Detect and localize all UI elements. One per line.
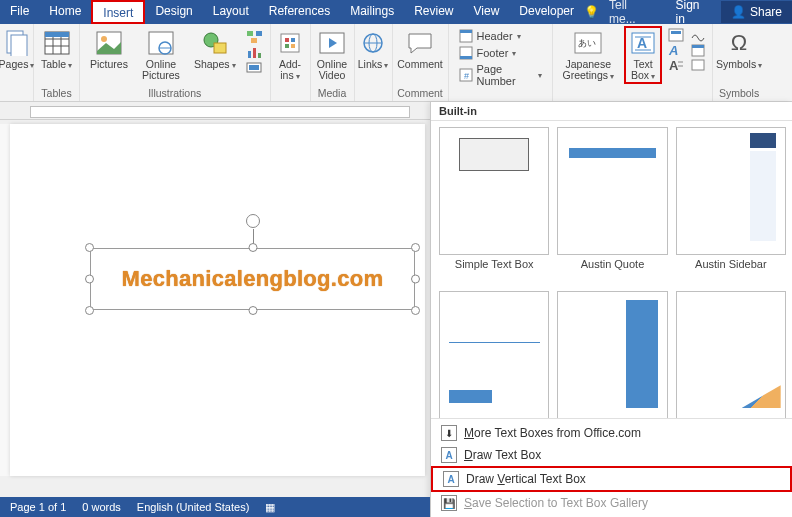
tab-references[interactable]: References — [259, 0, 340, 24]
resize-handle-ne[interactable] — [411, 243, 420, 252]
quick-parts-icon[interactable] — [668, 28, 684, 42]
symbols-icon: Ω — [725, 29, 753, 57]
status-language[interactable]: English (United States) — [137, 501, 250, 513]
date-time-icon[interactable] — [690, 43, 706, 57]
resize-handle-sw[interactable] — [85, 306, 94, 315]
draw-text-box-option[interactable]: A Draw Text Box — [431, 444, 792, 466]
status-bar: Page 1 of 1 0 words English (United Stat… — [0, 497, 430, 517]
textbox-content[interactable]: Mechanicalengblog.com — [122, 266, 384, 292]
tab-home[interactable]: Home — [39, 0, 91, 24]
draw-vertical-text-box-label: Draw Vertical Text Box — [466, 472, 586, 486]
selected-textbox[interactable]: Mechanicalengblog.com — [90, 248, 415, 310]
group-links: Links — [355, 24, 393, 101]
tab-review[interactable]: Review — [404, 0, 463, 24]
tab-developer[interactable]: Developer — [509, 0, 584, 24]
resize-handle-w[interactable] — [85, 275, 94, 284]
screenshot-icon[interactable] — [246, 60, 264, 74]
signin-link[interactable]: Sign in — [665, 0, 721, 26]
text-box-icon: A — [629, 29, 657, 57]
addins-icon — [276, 29, 304, 57]
save-selection-icon: 💾 — [441, 495, 457, 511]
titlebar-right: 💡 Tell me... Sign in 👤 Share — [584, 0, 792, 24]
smartart-icon[interactable] — [246, 30, 264, 44]
tab-insert[interactable]: Insert — [91, 0, 145, 24]
svg-rect-16 — [256, 31, 262, 36]
header-button[interactable]: Header▾ — [455, 28, 546, 44]
wordart-icon[interactable]: A — [668, 43, 684, 57]
gallery-item-facet-quote[interactable]: Facet Quote — [676, 291, 786, 418]
page-number-label: Page Number — [477, 63, 534, 87]
resize-handle-se[interactable] — [411, 306, 420, 315]
signature-line-icon[interactable] — [690, 28, 706, 42]
japanese-greetings-icon: あい — [574, 29, 602, 57]
gallery-item-banded-quote[interactable]: Banded Quote — [439, 291, 549, 418]
group-headerfooter: Header▾ Footer▾ # Page Number▾ — [449, 24, 553, 101]
draw-vertical-text-box-icon: A — [443, 471, 459, 487]
pictures-label: Pictures — [90, 59, 128, 70]
online-pictures-button[interactable]: Online Pictures — [138, 26, 184, 81]
resize-handle-n[interactable] — [248, 243, 257, 252]
tab-design[interactable]: Design — [145, 0, 202, 24]
svg-rect-27 — [291, 44, 295, 48]
gallery-item-austin-quote[interactable]: Austin Quote — [557, 127, 667, 287]
vertical-ruler[interactable] — [0, 124, 10, 476]
gallery-item-simple-text-box[interactable]: Simple Text Box — [439, 127, 549, 287]
svg-rect-1 — [11, 35, 27, 56]
chart-icon[interactable] — [246, 45, 264, 59]
more-text-boxes-option[interactable]: ⬇ More Text Boxes from Office.com More T… — [431, 422, 792, 444]
share-button[interactable]: 👤 Share — [721, 1, 792, 23]
gallery-item-label: Austin Sidebar — [695, 255, 767, 270]
svg-point-9 — [101, 36, 107, 42]
shapes-icon — [201, 29, 229, 57]
links-button[interactable]: Links — [354, 26, 393, 71]
shapes-button[interactable]: Shapes — [190, 26, 240, 71]
drop-cap-icon[interactable]: A — [668, 58, 684, 72]
status-page[interactable]: Page 1 of 1 — [10, 501, 66, 513]
tab-view[interactable]: View — [464, 0, 510, 24]
gallery-item-austin-sidebar[interactable]: Austin Sidebar — [676, 127, 786, 287]
svg-rect-17 — [251, 38, 257, 43]
draw-text-box-label: Draw Text Box — [464, 448, 541, 462]
status-macro-icon[interactable]: ▦ — [265, 501, 275, 514]
svg-rect-52 — [692, 45, 704, 48]
links-label: Links — [358, 59, 389, 71]
svg-rect-20 — [258, 53, 261, 58]
draw-vertical-text-box-option[interactable]: A Draw Vertical Text Box — [431, 466, 792, 492]
group-addins: Add- ins — [271, 24, 311, 101]
addins-label: Add- ins — [279, 59, 301, 82]
resize-handle-e[interactable] — [411, 275, 420, 284]
group-media: Online Video Media — [311, 24, 355, 101]
gallery-footer: ⬇ More Text Boxes from Office.com More T… — [431, 418, 792, 517]
horizontal-ruler[interactable] — [0, 102, 430, 120]
tab-mailings[interactable]: Mailings — [340, 0, 404, 24]
japanese-greetings-button[interactable]: あい Japanese Greetings — [559, 26, 619, 82]
svg-rect-24 — [285, 38, 289, 42]
addins-button[interactable]: Add- ins — [272, 26, 308, 82]
page-number-button[interactable]: # Page Number▾ — [455, 62, 546, 88]
gallery-item-banded-sidebar[interactable]: Banded Sidebar — [557, 291, 667, 418]
share-icon: 👤 — [731, 5, 746, 19]
tab-file[interactable]: File — [0, 0, 39, 24]
status-words[interactable]: 0 words — [82, 501, 121, 513]
gallery-item-label: Simple Text Box — [455, 255, 534, 270]
svg-rect-19 — [253, 48, 256, 58]
online-video-button[interactable]: Online Video — [313, 26, 351, 81]
resize-handle-nw[interactable] — [85, 243, 94, 252]
resize-handle-s[interactable] — [248, 306, 257, 315]
table-label: Table — [41, 59, 72, 71]
footer-button[interactable]: Footer▾ — [455, 45, 546, 61]
symbols-button[interactable]: Ω Symbols — [712, 26, 766, 71]
tell-me[interactable]: Tell me... — [599, 0, 665, 26]
object-icon[interactable] — [690, 58, 706, 72]
comment-button[interactable]: Comment — [393, 26, 447, 70]
pictures-button[interactable]: Pictures — [86, 26, 132, 70]
pages-button[interactable]: Pages — [0, 26, 38, 71]
bulb-icon: 💡 — [584, 5, 599, 19]
group-symbols: Ω Symbols Symbols — [713, 24, 765, 101]
table-button[interactable]: Table — [37, 26, 76, 71]
text-box-gallery: Built-in Simple Text Box Austin Quote Au… — [430, 102, 792, 517]
online-video-label: Online Video — [317, 59, 347, 81]
text-box-button[interactable]: A Text Box — [624, 26, 662, 84]
rotation-handle[interactable] — [246, 214, 260, 228]
tab-layout[interactable]: Layout — [203, 0, 259, 24]
